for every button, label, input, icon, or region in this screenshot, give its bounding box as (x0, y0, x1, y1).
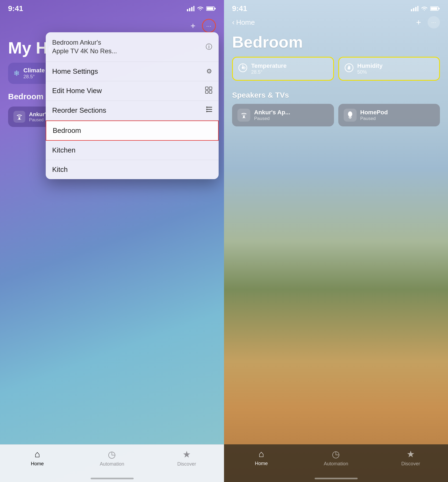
svg-rect-3 (193, 6, 194, 11)
speakers-section-label: Speakers & TVs (224, 88, 448, 104)
svg-rect-21 (413, 8, 414, 11)
right-automation-icon: ◷ (332, 449, 340, 459)
svg-point-33 (348, 111, 352, 117)
temperature-card[interactable]: Temperature 28.5° (232, 57, 334, 81)
tab-home-label: Home (31, 461, 44, 467)
home-indicator-right (315, 478, 358, 479)
left-tab-bar: ⌂ Home ◷ Automation ★ Discover (0, 444, 224, 482)
tab-home[interactable]: ⌂ Home (24, 449, 51, 467)
dropdown-menu: Bedroom Ankur's Apple TV 4K No Res... ⓘ … (46, 32, 219, 179)
climate-value: 28.5° (23, 74, 45, 80)
right-wifi-icon (421, 6, 428, 11)
svg-rect-23 (417, 6, 418, 11)
homepod-device-info: HomePod Paused (360, 109, 388, 121)
svg-rect-2 (191, 7, 193, 11)
tab-discover[interactable]: ★ Discover (173, 449, 200, 467)
discover-icon: ★ (183, 449, 191, 460)
menu-item-kitchen-label: Kitchen (52, 146, 76, 154)
menu-item-home-settings[interactable]: Home Settings ⚙ (46, 62, 219, 81)
right-time: 9:41 (232, 4, 247, 13)
menu-item-kitch[interactable]: Kitch (46, 160, 219, 179)
menu-item-kitch-label: Kitch (52, 165, 68, 174)
temperature-icon (238, 63, 247, 74)
svg-rect-5 (207, 7, 213, 10)
right-tab-bar: ⌂ Home ◷ Automation ★ Discover (224, 444, 448, 482)
appletv-device-status: Paused (254, 116, 290, 121)
right-panel: 9:41 ‹ Home + (224, 0, 448, 482)
svg-rect-13 (209, 91, 212, 93)
right-status-icons (411, 6, 440, 11)
devices-row: Ankur's Ap... Paused HomePod Paused (224, 104, 448, 126)
add-button[interactable]: + (190, 21, 195, 31)
right-header-actions: + ··· (416, 16, 440, 29)
menu-item-reorder-sections-label: Reorder Sections (52, 106, 106, 115)
svg-rect-19 (206, 111, 207, 112)
appletv-device-card[interactable]: Ankur's Ap... Paused (232, 104, 334, 126)
humidity-label: Humidity (357, 62, 383, 69)
signal-icon (187, 6, 194, 11)
climate-label: Climate (23, 67, 45, 74)
back-label: Home (236, 18, 255, 27)
home-indicator-left (91, 478, 134, 479)
right-header: ‹ Home + ··· (224, 13, 448, 31)
svg-rect-6 (215, 8, 216, 9)
svg-rect-12 (205, 91, 208, 93)
menu-item-home-settings-label: Home Settings (52, 67, 98, 76)
appletv-device-info: Ankur's Ap... Paused (254, 109, 290, 121)
menu-item-bedroom[interactable]: Bedroom (46, 120, 219, 141)
right-battery-icon (430, 6, 440, 11)
left-status-icons (187, 6, 216, 11)
climate-text: Climate 28.5° (23, 67, 45, 80)
menu-item-reorder-sections[interactable]: Reorder Sections (46, 101, 219, 120)
gear-icon: ⚙ (206, 68, 212, 75)
right-home-icon: ⌂ (259, 449, 264, 459)
svg-rect-0 (187, 9, 188, 11)
home-icon: ⌂ (35, 449, 40, 459)
humidity-card[interactable]: Humidity 50% (338, 57, 440, 81)
svg-rect-1 (189, 8, 190, 11)
bedroom-link-label: Bedroom (8, 92, 44, 101)
tab-automation-label: Automation (100, 461, 124, 467)
right-tab-discover-label: Discover (401, 461, 420, 467)
homepod-device-icon (344, 109, 357, 122)
right-page-title: Bedroom (224, 31, 448, 57)
svg-rect-20 (411, 9, 412, 11)
humidity-info: Humidity 50% (357, 62, 383, 75)
battery-icon (206, 6, 216, 11)
right-more-button[interactable]: ··· (428, 16, 440, 29)
more-button[interactable]: ··· (202, 19, 216, 33)
temperature-info: Temperature 28.5° (251, 62, 287, 75)
svg-rect-7 (18, 116, 21, 117)
svg-rect-26 (439, 8, 440, 9)
right-tab-home-label: Home (255, 461, 268, 466)
right-signal-icon (411, 6, 418, 11)
homepod-device-card[interactable]: HomePod Paused (338, 104, 440, 126)
svg-rect-17 (206, 107, 207, 108)
right-tab-automation[interactable]: ◷ Automation (322, 449, 349, 467)
menu-item-edit-home-view-label: Edit Home View (52, 87, 102, 95)
right-tab-discover[interactable]: ★ Discover (397, 449, 424, 467)
grid-icon (205, 87, 212, 95)
menu-item-kitchen[interactable]: Kitchen (46, 141, 219, 160)
automation-icon: ◷ (108, 449, 116, 460)
right-add-button[interactable]: + (416, 17, 421, 27)
tab-automation[interactable]: ◷ Automation (98, 449, 125, 467)
back-button[interactable]: ‹ Home (232, 18, 255, 27)
appletv-logo-icon (13, 111, 25, 123)
menu-item-apple-tv[interactable]: Bedroom Ankur's Apple TV 4K No Res... ⓘ (46, 32, 219, 62)
reorder-icon (206, 106, 212, 115)
info-icon: ⓘ (206, 42, 212, 51)
svg-rect-10 (205, 87, 208, 90)
menu-item-edit-home-view[interactable]: Edit Home View (46, 81, 219, 101)
right-tab-home[interactable]: ⌂ Home (248, 449, 275, 466)
appletv-device-icon (237, 109, 250, 122)
svg-rect-8 (19, 118, 20, 119)
menu-item-apple-tv-label: Bedroom Ankur's Apple TV 4K No Res... (52, 38, 117, 56)
svg-rect-32 (242, 118, 246, 118)
humidity-icon (344, 63, 354, 74)
svg-point-35 (349, 118, 351, 119)
menu-item-bedroom-label: Bedroom (53, 126, 81, 135)
left-time: 9:41 (8, 4, 23, 13)
svg-rect-30 (243, 115, 245, 115)
temperature-label: Temperature (251, 62, 287, 69)
